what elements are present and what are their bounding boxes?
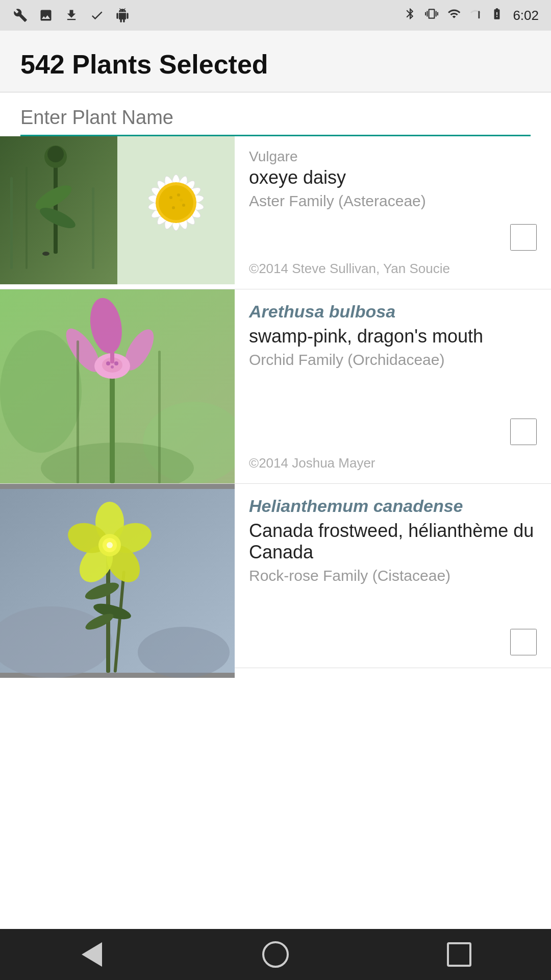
svg-point-39 bbox=[114, 361, 118, 365]
plant-images bbox=[0, 136, 235, 284]
search-input[interactable] bbox=[20, 92, 531, 136]
page-title: 542 Plants Selected bbox=[20, 49, 531, 80]
plant-common-name: oxeye daisy bbox=[249, 167, 537, 188]
svg-point-6 bbox=[47, 146, 64, 162]
list-item: Arethusa bulbosa swamp-pink, dragon's mo… bbox=[0, 289, 551, 484]
svg-point-46 bbox=[138, 627, 230, 678]
svg-point-59 bbox=[107, 542, 113, 548]
svg-point-40 bbox=[111, 365, 114, 369]
status-icons-right: 6:02 bbox=[404, 7, 539, 24]
plant-info: Helianthemum canadense Canada frostweed,… bbox=[235, 484, 551, 668]
plant-family: Orchid Family (Orchidaceae) bbox=[249, 351, 537, 369]
recents-icon bbox=[447, 942, 471, 967]
svg-rect-0 bbox=[479, 11, 480, 18]
status-icons-left bbox=[12, 7, 131, 23]
plant-copyright: ©2014 Steve Sullivan, Yan Soucie bbox=[249, 257, 537, 277]
plant-name-secondary: Vulgare bbox=[249, 149, 537, 165]
android-icon bbox=[114, 7, 131, 23]
plant-checkbox[interactable] bbox=[510, 629, 537, 655]
recents-button[interactable] bbox=[439, 934, 480, 975]
svg-point-23 bbox=[169, 196, 172, 199]
plant-list: Vulgare oxeye daisy Aster Family (Astera… bbox=[0, 136, 551, 929]
back-icon bbox=[82, 942, 102, 967]
svg-rect-43 bbox=[158, 351, 161, 483]
plant-image-full bbox=[0, 484, 235, 678]
svg-rect-8 bbox=[92, 187, 94, 269]
plant-checkbox[interactable] bbox=[510, 419, 537, 445]
plant-scientific-name: Helianthemum canadense bbox=[249, 496, 537, 516]
plant-family: Aster Family (Asteraceae) bbox=[249, 192, 537, 210]
plant-image-right bbox=[117, 136, 235, 284]
plant-family: Rock-rose Family (Cistaceae) bbox=[249, 567, 537, 584]
plant-scientific-name: Arethusa bulbosa bbox=[249, 302, 537, 322]
svg-rect-42 bbox=[77, 340, 79, 483]
svg-rect-9 bbox=[26, 167, 28, 269]
plant-common-name: Canada frostweed, hélianthème du Canada bbox=[249, 520, 537, 563]
svg-rect-41 bbox=[110, 351, 114, 363]
svg-point-27 bbox=[180, 199, 183, 202]
plant-image-left bbox=[0, 136, 117, 284]
plant-info: Vulgare oxeye daisy Aster Family (Astera… bbox=[235, 136, 551, 289]
svg-rect-32 bbox=[110, 366, 115, 483]
status-bar: 6:02 bbox=[0, 0, 551, 31]
plant-checkbox[interactable] bbox=[510, 224, 537, 251]
vibrate-icon bbox=[425, 7, 438, 24]
download-icon bbox=[63, 7, 80, 23]
nav-bar bbox=[0, 929, 551, 980]
svg-rect-7 bbox=[10, 177, 13, 269]
wifi-icon bbox=[446, 7, 462, 24]
svg-point-38 bbox=[106, 361, 110, 365]
home-button[interactable] bbox=[255, 934, 296, 975]
svg-point-29 bbox=[0, 330, 82, 453]
plant-info: Arethusa bulbosa swamp-pink, dragon's mo… bbox=[235, 289, 551, 483]
header: 542 Plants Selected bbox=[0, 31, 551, 92]
search-container bbox=[0, 92, 551, 136]
svg-point-22 bbox=[159, 185, 193, 220]
plant-copyright: ©2014 Joshua Mayer bbox=[249, 451, 537, 471]
time-display: 6:02 bbox=[513, 8, 539, 23]
image-icon bbox=[38, 7, 54, 23]
svg-point-26 bbox=[172, 206, 175, 209]
plant-images bbox=[0, 289, 235, 483]
svg-point-24 bbox=[177, 193, 180, 197]
list-item: Vulgare oxeye daisy Aster Family (Astera… bbox=[0, 136, 551, 289]
battery-icon bbox=[489, 7, 505, 24]
signal-icon bbox=[470, 7, 481, 24]
wrench-icon bbox=[12, 7, 29, 23]
home-icon bbox=[262, 941, 289, 968]
plant-image-full bbox=[0, 289, 235, 483]
bluetooth-icon bbox=[404, 7, 417, 24]
checkmark-icon bbox=[89, 7, 105, 23]
list-item: Helianthemum canadense Canada frostweed,… bbox=[0, 484, 551, 668]
back-button[interactable] bbox=[71, 934, 112, 975]
plant-common-name: swamp-pink, dragon's mouth bbox=[249, 326, 537, 347]
plant-images bbox=[0, 484, 235, 668]
svg-point-10 bbox=[42, 252, 49, 256]
svg-point-25 bbox=[182, 204, 185, 207]
